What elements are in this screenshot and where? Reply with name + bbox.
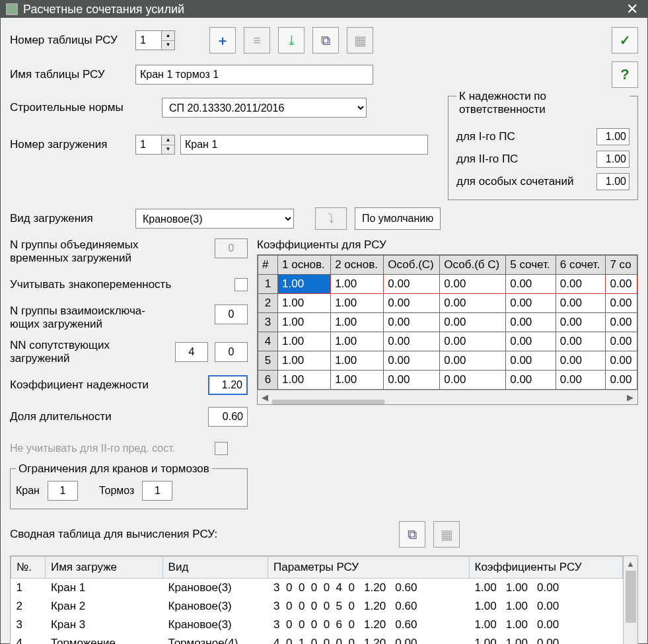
coef-cell[interactable]: 4: [258, 332, 278, 351]
summary-cell[interactable]: 1.00 1.00 0.00: [469, 634, 623, 644]
summary-cell[interactable]: Тормозное(4): [162, 634, 268, 644]
sign-alt-checkbox[interactable]: [234, 278, 248, 291]
reliability-coef-input[interactable]: [208, 375, 248, 395]
summary-cell[interactable]: 3: [11, 616, 46, 634]
coef-cell[interactable]: 0.00: [556, 313, 606, 332]
coef-cell[interactable]: 6: [258, 371, 278, 390]
coef-row[interactable]: 41.001.000.000.000.000.000.00: [258, 332, 637, 351]
coef-cell[interactable]: 0.00: [440, 294, 506, 313]
coef-cell[interactable]: 0.00: [556, 275, 606, 294]
crane-input[interactable]: [48, 481, 78, 501]
scroll-up-icon[interactable]: ▲: [624, 556, 637, 571]
coef-cell[interactable]: 1.00: [278, 332, 331, 351]
coef-cell[interactable]: 1.00: [278, 351, 331, 371]
spinner-up-icon[interactable]: ▲: [162, 135, 174, 145]
coef-table[interactable]: #1 основ.2 основ.Особ.(С)Особ.(б С)5 соч…: [258, 255, 637, 390]
brake-input[interactable]: [142, 481, 172, 501]
summary-cell[interactable]: 3 0 0 0 0 5 0 1.20 0.60: [268, 597, 469, 616]
coef-row[interactable]: 61.001.000.000.000.000.000.00: [258, 371, 637, 390]
coef-cell[interactable]: 0.00: [384, 351, 440, 371]
summary-cell[interactable]: Кран 3: [45, 616, 162, 634]
summary-row[interactable]: 3Кран 3Крановое(3)3 0 0 0 0 6 0 1.20 0.6…: [11, 616, 623, 634]
summary-cell[interactable]: 3 0 0 0 0 4 0 1.20 0.60: [268, 579, 469, 598]
copy-button[interactable]: ⧉: [312, 27, 339, 54]
coef-cell[interactable]: 0.00: [556, 351, 606, 371]
coef-cell[interactable]: 0.00: [506, 371, 556, 390]
summary-cell[interactable]: Кран 1: [45, 579, 162, 598]
special-input[interactable]: [596, 173, 630, 190]
coef-cell[interactable]: 0.00: [606, 294, 637, 313]
coef-cell[interactable]: 1.00: [331, 275, 384, 294]
wizard-button[interactable]: ⤵: [315, 207, 347, 230]
coef-cell[interactable]: 3: [258, 313, 278, 332]
coef-row[interactable]: 51.001.000.000.000.000.000.00: [258, 351, 637, 371]
coef-cell[interactable]: 0.00: [384, 294, 440, 313]
coef-cell[interactable]: 0.00: [556, 294, 606, 313]
summary-cell[interactable]: 3 0 0 0 0 6 0 1.20 0.60: [268, 616, 469, 634]
coef-cell[interactable]: 0.00: [440, 332, 506, 351]
summary-delete-button[interactable]: ▦: [433, 521, 460, 548]
coef-row[interactable]: 11.001.000.000.000.000.000.00: [258, 275, 637, 294]
accompanying1-input[interactable]: [175, 342, 208, 362]
scroll-left-icon[interactable]: ◀: [258, 390, 272, 405]
add-button[interactable]: ＋: [209, 27, 236, 54]
summary-cell[interactable]: Крановое(3): [162, 616, 268, 634]
coef-cell[interactable]: 1.00: [278, 275, 331, 294]
group-exclusive-input[interactable]: [215, 304, 248, 324]
coef-cell[interactable]: 0.00: [440, 371, 506, 390]
coef-cell[interactable]: 1.00: [331, 371, 384, 390]
coef-cell[interactable]: 5: [258, 351, 278, 371]
summary-cell[interactable]: 1.00 1.00 0.00: [469, 616, 623, 634]
close-icon[interactable]: ✕: [622, 1, 642, 18]
summary-cell[interactable]: 1.00 1.00 0.00: [469, 579, 623, 598]
list-button[interactable]: ≡: [244, 27, 270, 54]
ok-button[interactable]: ✓: [612, 27, 638, 54]
spinner-down-icon[interactable]: ▼: [162, 145, 174, 155]
summary-cell[interactable]: Крановое(3): [162, 597, 268, 616]
coef-cell[interactable]: 0.00: [384, 371, 440, 390]
coef-cell[interactable]: 0.00: [506, 294, 556, 313]
coef-cell[interactable]: 0.00: [506, 275, 556, 294]
default-button[interactable]: По умолчанию: [355, 207, 441, 230]
load-number-spinner[interactable]: ▲ ▼: [135, 135, 175, 155]
table-name-input[interactable]: [135, 65, 373, 85]
delete-button[interactable]: ▦: [347, 27, 373, 54]
coef-cell[interactable]: 0.00: [606, 313, 637, 332]
ps2-input[interactable]: [596, 151, 630, 168]
summary-cell[interactable]: 2: [11, 597, 46, 616]
summary-row[interactable]: 1Кран 1Крановое(3)3 0 0 0 0 4 0 1.20 0.6…: [11, 579, 623, 598]
coef-cell[interactable]: 0.00: [384, 332, 440, 351]
load-type-select[interactable]: Крановое(3): [135, 209, 294, 229]
coef-cell[interactable]: 0.00: [606, 351, 637, 371]
summary-copy-button[interactable]: ⧉: [399, 521, 425, 548]
summary-v-scrollbar[interactable]: ▲ ▼: [623, 556, 637, 644]
coef-cell[interactable]: 0.00: [440, 313, 506, 332]
coef-cell[interactable]: 0.00: [384, 275, 440, 294]
load-name-input[interactable]: [180, 135, 428, 155]
table-number-input[interactable]: [136, 31, 161, 50]
coef-cell[interactable]: 0.00: [440, 275, 506, 294]
apply-load-button[interactable]: ⤓: [278, 27, 305, 54]
summary-cell[interactable]: 1: [11, 579, 46, 598]
coef-cell[interactable]: 0.00: [506, 332, 556, 351]
accompanying2-input[interactable]: [215, 342, 248, 362]
coef-row[interactable]: 21.001.000.000.000.000.000.00: [258, 294, 637, 313]
coef-cell[interactable]: 0.00: [506, 351, 556, 371]
summary-cell[interactable]: 4 0 1 0 0 0 0 1.20 0.00: [268, 634, 469, 644]
summary-cell[interactable]: 1.00 1.00 0.00: [469, 597, 623, 616]
summary-cell[interactable]: Кран 2: [45, 597, 162, 616]
summary-table[interactable]: №.Имя загружеВидПараметры РСУКоэффициент…: [11, 556, 623, 644]
summary-row[interactable]: 2Кран 2Крановое(3)3 0 0 0 0 5 0 1.20 0.6…: [11, 597, 623, 616]
coef-cell[interactable]: 1.00: [331, 332, 384, 351]
coef-row[interactable]: 31.001.000.000.000.000.000.00: [258, 313, 637, 332]
spinner-down-icon[interactable]: ▼: [162, 41, 174, 50]
coef-cell[interactable]: 0.00: [606, 371, 637, 390]
load-number-input[interactable]: [136, 135, 161, 154]
duration-input[interactable]: [208, 407, 248, 427]
coef-cell[interactable]: 0.00: [556, 332, 606, 351]
coef-cell[interactable]: 0.00: [440, 351, 506, 371]
ps1-input[interactable]: [596, 128, 630, 145]
coef-cell[interactable]: 0.00: [606, 332, 637, 351]
table-number-spinner[interactable]: ▲ ▼: [135, 30, 175, 50]
spinner-up-icon[interactable]: ▲: [162, 31, 174, 41]
